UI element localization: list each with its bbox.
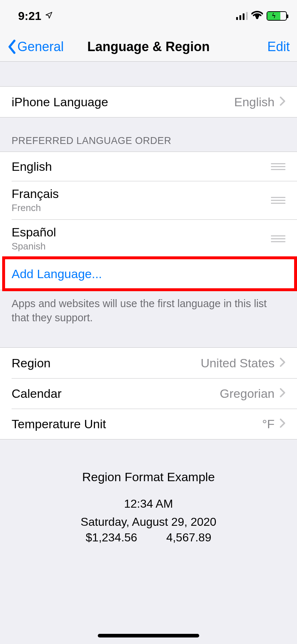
cellular-icon (236, 12, 248, 20)
region-value: United States (201, 356, 285, 370)
nav-bar: General Language & Region Edit (0, 32, 297, 62)
status-time: 9:21 (18, 9, 41, 23)
language-subtitle: French (12, 202, 59, 214)
language-name: Français (12, 187, 59, 201)
region-label: Region (12, 356, 51, 370)
temperature-row[interactable]: Temperature Unit °F (0, 409, 297, 439)
temperature-value: °F (262, 417, 285, 431)
iphone-language-value: English (234, 95, 285, 109)
back-button[interactable]: General (7, 39, 87, 54)
edit-button[interactable]: Edit (210, 39, 290, 54)
temperature-label: Temperature Unit (12, 417, 106, 431)
status-left: 9:21 (18, 9, 53, 23)
iphone-language-label: iPhone Language (12, 95, 108, 109)
language-name: English (12, 160, 52, 174)
add-language-row[interactable]: Add Language... (0, 258, 297, 290)
battery-icon: ϟ (267, 11, 287, 21)
reorder-handle-icon[interactable] (271, 163, 285, 170)
chevron-right-icon (280, 356, 285, 370)
language-row-espanol[interactable]: Español Spanish (0, 219, 297, 258)
language-row-english[interactable]: English (0, 152, 297, 181)
location-icon (45, 11, 53, 21)
region-format-date: Saturday, August 29, 2020 (0, 513, 297, 531)
iphone-language-group: iPhone Language English (0, 86, 297, 117)
language-row-francais[interactable]: Français French (0, 181, 297, 219)
calendar-value: Gregorian (220, 387, 285, 401)
chevron-right-icon (280, 387, 285, 401)
chevron-right-icon (280, 95, 285, 109)
iphone-language-row[interactable]: iPhone Language English (0, 87, 297, 117)
preferred-language-footer: Apps and websites will use the first lan… (0, 290, 297, 325)
home-indicator[interactable] (98, 634, 199, 637)
region-format-example: Region Format Example 12:34 AM Saturday,… (0, 470, 297, 544)
status-bar: 9:21 ϟ (0, 0, 297, 32)
charging-icon: ϟ (272, 13, 276, 19)
region-row[interactable]: Region United States (0, 348, 297, 378)
region-format-numbers: $1,234.56 4,567.89 (0, 531, 297, 544)
add-language-label: Add Language... (12, 267, 102, 281)
reorder-handle-icon[interactable] (271, 235, 285, 242)
region-format-title: Region Format Example (0, 470, 297, 484)
language-subtitle: Spanish (12, 241, 56, 252)
region-format-time: 12:34 AM (0, 495, 297, 513)
region-format-currency: $1,234.56 (86, 531, 137, 544)
page-title: Language & Region (87, 39, 210, 54)
reorder-handle-icon[interactable] (271, 197, 285, 204)
region-format-number: 4,567.89 (166, 531, 212, 544)
preferred-languages-group: English Français French Español Spanish … (0, 152, 297, 290)
wifi-icon (251, 11, 263, 21)
language-name: Español (12, 225, 56, 239)
calendar-label: Calendar (12, 387, 62, 401)
back-label: General (17, 39, 64, 54)
chevron-right-icon (280, 417, 285, 431)
status-right: ϟ (236, 11, 287, 21)
preferred-language-header: PREFERRED LANGUAGE ORDER (0, 135, 183, 152)
calendar-row[interactable]: Calendar Gregorian (0, 378, 297, 409)
region-settings-group: Region United States Calendar Gregorian … (0, 347, 297, 439)
svg-point-0 (256, 17, 259, 19)
